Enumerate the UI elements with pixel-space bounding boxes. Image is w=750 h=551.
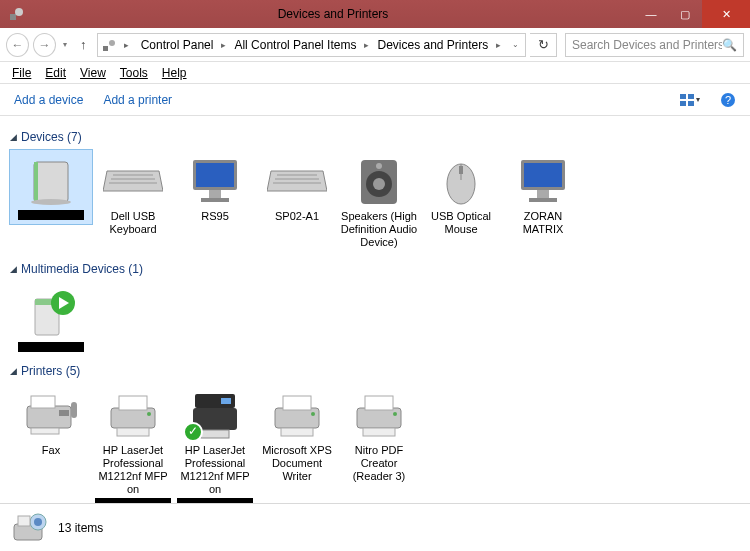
svg-rect-47: [117, 428, 149, 436]
svg-rect-51: [201, 430, 229, 438]
add-device-button[interactable]: Add a device: [14, 93, 83, 107]
device-item[interactable]: [10, 150, 92, 224]
menu-help[interactable]: Help: [156, 64, 193, 82]
svg-point-56: [311, 412, 315, 416]
drive-icon: [19, 154, 83, 208]
menu-edit[interactable]: Edit: [39, 64, 72, 82]
svg-point-27: [373, 178, 385, 190]
address-dropdown[interactable]: ⌄: [507, 40, 523, 49]
redacted-label: [18, 342, 84, 352]
maximize-button[interactable]: ▢: [668, 0, 702, 28]
menu-view[interactable]: View: [74, 64, 112, 82]
chevron-right-icon[interactable]: ▸: [122, 40, 131, 50]
svg-rect-40: [27, 406, 71, 428]
mouse-icon: [429, 154, 493, 208]
svg-rect-55: [281, 428, 313, 436]
printer-item[interactable]: ✓ HP LaserJet Professional M1212nf MFP o…: [174, 384, 256, 503]
view-options-button[interactable]: ▾: [680, 93, 700, 107]
svg-point-1: [15, 8, 23, 16]
svg-rect-46: [119, 396, 147, 410]
minimize-button[interactable]: —: [634, 0, 668, 28]
menu-bar: File Edit View Tools Help: [0, 62, 750, 84]
keyboard-icon: [101, 154, 165, 208]
command-bar: Add a device Add a printer ▾ ?: [0, 84, 750, 116]
printer-icon: [101, 388, 165, 442]
up-button[interactable]: ↑: [74, 35, 93, 55]
device-item[interactable]: [10, 282, 92, 356]
search-box[interactable]: 🔍: [565, 33, 744, 57]
collapse-icon: ◢: [10, 132, 17, 142]
item-count: 13 items: [58, 521, 103, 535]
monitor-icon: [511, 154, 575, 208]
printer-icon: [265, 388, 329, 442]
svg-point-3: [109, 40, 115, 46]
printer-item[interactable]: Microsoft XPS Document Writer: [256, 384, 338, 488]
content-area: ◢ Devices (7) Dell USB Keyboard RS95: [0, 116, 750, 503]
svg-rect-18: [196, 163, 234, 187]
svg-rect-58: [365, 396, 393, 410]
svg-point-12: [31, 199, 71, 205]
device-item[interactable]: Speakers (High Definition Audio Device): [338, 150, 420, 254]
group-header-printers[interactable]: ◢ Printers (5): [10, 364, 740, 378]
search-input[interactable]: [572, 38, 722, 52]
svg-rect-64: [18, 516, 30, 526]
printer-item[interactable]: Nitro PDF Creator (Reader 3): [338, 384, 420, 488]
window-title: Devices and Printers: [32, 7, 634, 21]
svg-rect-35: [529, 198, 557, 202]
address-bar[interactable]: ▸ Control Panel ▸ All Control Panel Item…: [97, 33, 527, 57]
svg-rect-5: [688, 94, 694, 99]
app-icon: [0, 6, 32, 22]
svg-rect-31: [459, 166, 463, 174]
group-header-multimedia[interactable]: ◢ Multimedia Devices (1): [10, 262, 740, 276]
close-button[interactable]: ✕: [702, 0, 750, 28]
group-header-devices[interactable]: ◢ Devices (7): [10, 130, 740, 144]
device-item[interactable]: ZORAN MATRIX: [502, 150, 584, 240]
chevron-right-icon[interactable]: ▸: [219, 40, 228, 50]
media-server-icon: [19, 286, 83, 340]
svg-rect-6: [680, 101, 686, 106]
group-title: Multimedia Devices (1): [21, 262, 143, 276]
svg-rect-53: [275, 408, 319, 428]
chevron-right-icon[interactable]: ▸: [494, 40, 503, 50]
back-button[interactable]: ←: [6, 33, 29, 57]
svg-marker-13: [103, 171, 163, 191]
svg-rect-52: [221, 398, 231, 404]
device-label: Dell USB Keyboard: [94, 210, 172, 236]
fax-icon: [19, 388, 83, 442]
location-icon: [100, 36, 118, 54]
svg-rect-33: [524, 163, 562, 187]
breadcrumb[interactable]: All Control Panel Items: [228, 34, 362, 56]
speaker-icon: [347, 154, 411, 208]
printer-icon: [347, 388, 411, 442]
forward-button[interactable]: →: [33, 33, 56, 57]
svg-rect-34: [537, 190, 549, 198]
svg-rect-57: [357, 408, 401, 428]
breadcrumb[interactable]: Devices and Printers: [371, 34, 494, 56]
device-item[interactable]: SP02-A1: [256, 150, 338, 227]
svg-rect-20: [201, 198, 229, 202]
svg-marker-21: [267, 171, 327, 191]
chevron-right-icon[interactable]: ▸: [362, 40, 371, 50]
add-printer-button[interactable]: Add a printer: [103, 93, 172, 107]
svg-rect-10: [34, 162, 68, 202]
help-button[interactable]: ?: [720, 92, 736, 108]
refresh-button[interactable]: ↻: [530, 33, 557, 57]
device-item[interactable]: RS95: [174, 150, 256, 227]
details-pane: 13 items: [0, 503, 750, 551]
history-dropdown[interactable]: ▾: [60, 40, 70, 49]
breadcrumb[interactable]: Control Panel: [135, 34, 220, 56]
printer-label: HP LaserJet Professional M1212nf MFP on: [94, 444, 172, 497]
device-item[interactable]: USB Optical Mouse: [420, 150, 502, 240]
menu-file[interactable]: File: [6, 64, 37, 82]
printer-label: Fax: [42, 444, 60, 457]
svg-rect-0: [10, 14, 16, 20]
svg-rect-54: [283, 396, 311, 410]
mfp-icon: ✓: [183, 388, 247, 442]
menu-tools[interactable]: Tools: [114, 64, 154, 82]
device-item[interactable]: Dell USB Keyboard: [92, 150, 174, 240]
printer-item[interactable]: Fax: [10, 384, 92, 461]
printer-item[interactable]: HP LaserJet Professional M1212nf MFP on: [92, 384, 174, 503]
monitor-icon: [183, 154, 247, 208]
navigation-bar: ← → ▾ ↑ ▸ Control Panel ▸ All Control Pa…: [0, 28, 750, 62]
svg-rect-45: [111, 408, 155, 428]
